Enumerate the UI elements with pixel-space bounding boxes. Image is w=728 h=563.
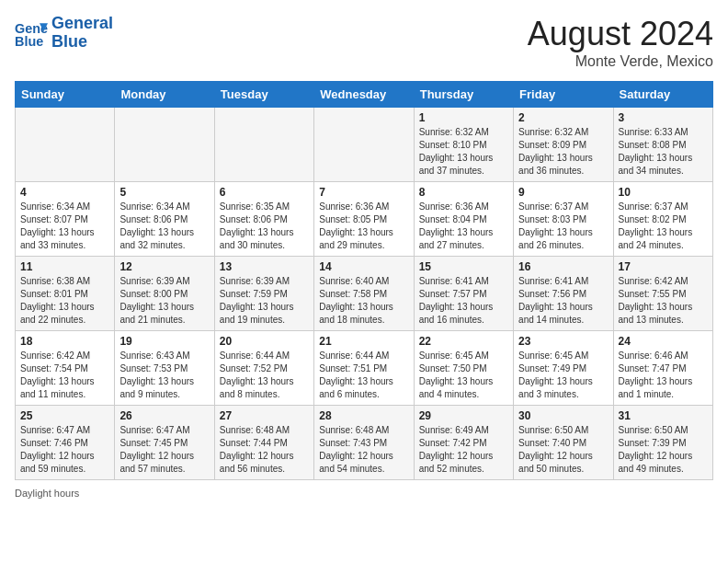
calendar-week-row: 4Sunrise: 6:34 AM Sunset: 8:07 PM Daylig… [16,182,713,257]
day-info: Sunrise: 6:48 AM Sunset: 7:43 PM Dayligh… [319,424,408,476]
day-number: 1 [419,111,508,124]
table-row: 14Sunrise: 6:40 AM Sunset: 7:58 PM Dayli… [314,257,414,331]
day-number: 17 [619,260,708,273]
calendar-week-row: 25Sunrise: 6:47 AM Sunset: 7:46 PM Dayli… [16,406,713,480]
svg-text:Blue: Blue [15,34,43,49]
day-info: Sunrise: 6:44 AM Sunset: 7:51 PM Dayligh… [319,350,408,401]
table-row: 23Sunrise: 6:45 AM Sunset: 7:49 PM Dayli… [514,331,613,406]
logo: General Blue General Blue [15,15,113,52]
calendar-week-row: 11Sunrise: 6:38 AM Sunset: 8:01 PM Dayli… [16,257,713,331]
day-info: Sunrise: 6:42 AM Sunset: 7:55 PM Dayligh… [619,275,708,327]
month-year: August 2024 [528,15,713,53]
day-info: Sunrise: 6:46 AM Sunset: 7:47 PM Dayligh… [619,350,708,401]
page-header: General Blue General Blue August 2024 Mo… [15,15,713,70]
calendar-header-row: Sunday Monday Tuesday Wednesday Thursday… [16,82,713,108]
table-row [16,108,115,182]
table-row: 8Sunrise: 6:36 AM Sunset: 8:04 PM Daylig… [414,182,513,257]
table-row: 25Sunrise: 6:47 AM Sunset: 7:46 PM Dayli… [16,406,115,480]
calendar-week-row: 18Sunrise: 6:42 AM Sunset: 7:54 PM Dayli… [16,331,713,406]
day-number: 29 [419,409,508,422]
table-row: 15Sunrise: 6:41 AM Sunset: 7:57 PM Dayli… [414,257,513,331]
table-row [214,108,313,182]
table-row: 1Sunrise: 6:32 AM Sunset: 8:10 PM Daylig… [414,108,513,182]
table-row: 16Sunrise: 6:41 AM Sunset: 7:56 PM Dayli… [514,257,613,331]
table-row: 30Sunrise: 6:50 AM Sunset: 7:40 PM Dayli… [514,406,613,480]
table-row: 31Sunrise: 6:50 AM Sunset: 7:39 PM Dayli… [613,406,712,480]
day-number: 30 [518,409,608,422]
day-info: Sunrise: 6:36 AM Sunset: 8:04 PM Dayligh… [419,201,508,252]
table-row: 9Sunrise: 6:37 AM Sunset: 8:03 PM Daylig… [514,182,613,257]
day-info: Sunrise: 6:34 AM Sunset: 8:06 PM Dayligh… [119,201,209,252]
day-number: 15 [419,260,508,273]
day-number: 8 [419,186,508,199]
day-number: 19 [119,335,209,348]
location: Monte Verde, Mexico [528,53,713,70]
day-info: Sunrise: 6:39 AM Sunset: 8:00 PM Dayligh… [119,275,209,327]
day-number: 13 [220,260,309,273]
day-info: Sunrise: 6:45 AM Sunset: 7:49 PM Dayligh… [518,350,608,401]
table-row: 28Sunrise: 6:48 AM Sunset: 7:43 PM Dayli… [314,406,414,480]
table-row: 6Sunrise: 6:35 AM Sunset: 8:06 PM Daylig… [214,182,313,257]
day-info: Sunrise: 6:42 AM Sunset: 7:54 PM Dayligh… [20,350,109,401]
day-info: Sunrise: 6:37 AM Sunset: 8:03 PM Dayligh… [518,201,608,252]
table-row: 11Sunrise: 6:38 AM Sunset: 8:01 PM Dayli… [16,257,115,331]
daylight-label: Daylight hours [15,488,79,499]
day-info: Sunrise: 6:32 AM Sunset: 8:09 PM Dayligh… [518,126,608,178]
table-row: 21Sunrise: 6:44 AM Sunset: 7:51 PM Dayli… [314,331,414,406]
logo-text: General Blue [51,15,113,52]
col-thursday: Thursday [414,82,513,108]
table-row: 3Sunrise: 6:33 AM Sunset: 8:08 PM Daylig… [613,108,712,182]
table-row: 10Sunrise: 6:37 AM Sunset: 8:02 PM Dayli… [613,182,712,257]
day-info: Sunrise: 6:49 AM Sunset: 7:42 PM Dayligh… [419,424,508,476]
table-row: 22Sunrise: 6:45 AM Sunset: 7:50 PM Dayli… [414,331,513,406]
table-row: 29Sunrise: 6:49 AM Sunset: 7:42 PM Dayli… [414,406,513,480]
table-row: 2Sunrise: 6:32 AM Sunset: 8:09 PM Daylig… [514,108,613,182]
day-number: 9 [518,186,608,199]
day-number: 11 [20,260,109,273]
day-number: 10 [619,186,708,199]
day-info: Sunrise: 6:47 AM Sunset: 7:45 PM Dayligh… [119,424,209,476]
day-number: 7 [319,186,408,199]
day-info: Sunrise: 6:41 AM Sunset: 7:56 PM Dayligh… [518,275,608,327]
calendar-table: Sunday Monday Tuesday Wednesday Thursday… [15,81,713,480]
day-info: Sunrise: 6:47 AM Sunset: 7:46 PM Dayligh… [20,424,109,476]
day-info: Sunrise: 6:37 AM Sunset: 8:02 PM Dayligh… [619,201,708,252]
day-info: Sunrise: 6:50 AM Sunset: 7:39 PM Dayligh… [619,424,708,476]
day-number: 27 [220,409,309,422]
day-number: 16 [518,260,608,273]
day-info: Sunrise: 6:38 AM Sunset: 8:01 PM Dayligh… [20,275,109,327]
day-number: 26 [119,409,209,422]
day-info: Sunrise: 6:36 AM Sunset: 8:05 PM Dayligh… [319,201,408,252]
day-info: Sunrise: 6:35 AM Sunset: 8:06 PM Dayligh… [220,201,309,252]
footer: Daylight hours [15,488,713,499]
day-number: 20 [220,335,309,348]
table-row: 17Sunrise: 6:42 AM Sunset: 7:55 PM Dayli… [613,257,712,331]
col-friday: Friday [514,82,613,108]
day-number: 25 [20,409,109,422]
day-info: Sunrise: 6:33 AM Sunset: 8:08 PM Dayligh… [619,126,708,178]
col-saturday: Saturday [613,82,712,108]
table-row [115,108,214,182]
table-row: 12Sunrise: 6:39 AM Sunset: 8:00 PM Dayli… [115,257,214,331]
day-info: Sunrise: 6:34 AM Sunset: 8:07 PM Dayligh… [20,201,109,252]
day-number: 2 [518,111,608,124]
day-number: 22 [419,335,508,348]
day-info: Sunrise: 6:32 AM Sunset: 8:10 PM Dayligh… [419,126,508,178]
day-number: 28 [319,409,408,422]
table-row: 26Sunrise: 6:47 AM Sunset: 7:45 PM Dayli… [115,406,214,480]
table-row: 4Sunrise: 6:34 AM Sunset: 8:07 PM Daylig… [16,182,115,257]
table-row: 24Sunrise: 6:46 AM Sunset: 7:47 PM Dayli… [613,331,712,406]
table-row: 27Sunrise: 6:48 AM Sunset: 7:44 PM Dayli… [214,406,313,480]
col-sunday: Sunday [16,82,115,108]
day-info: Sunrise: 6:40 AM Sunset: 7:58 PM Dayligh… [319,275,408,327]
day-info: Sunrise: 6:50 AM Sunset: 7:40 PM Dayligh… [518,424,608,476]
day-info: Sunrise: 6:45 AM Sunset: 7:50 PM Dayligh… [419,350,508,401]
day-number: 3 [619,111,708,124]
col-wednesday: Wednesday [314,82,414,108]
day-number: 21 [319,335,408,348]
col-monday: Monday [115,82,214,108]
day-number: 4 [20,186,109,199]
table-row: 18Sunrise: 6:42 AM Sunset: 7:54 PM Dayli… [16,331,115,406]
day-number: 18 [20,335,109,348]
day-number: 14 [319,260,408,273]
